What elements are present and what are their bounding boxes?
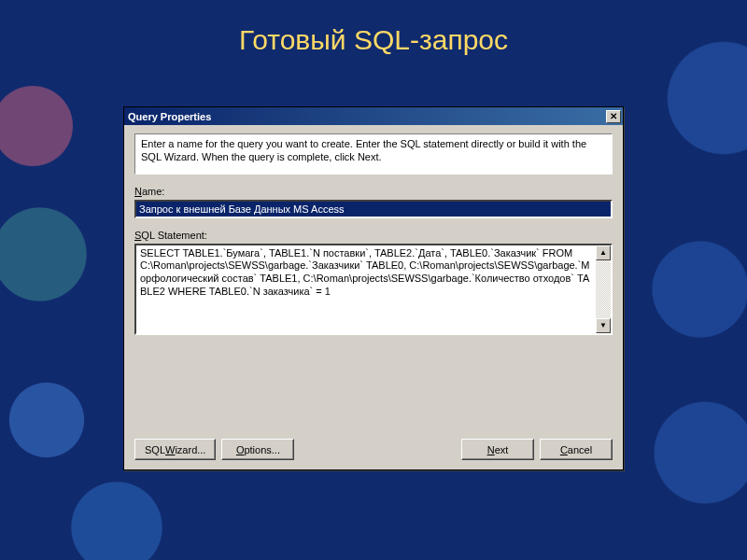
sql-wizard-button[interactable]: SQL Wizard... — [134, 439, 216, 460]
chevron-down-icon: ▼ — [599, 321, 607, 329]
titlebar[interactable]: Query Properties ✕ — [124, 107, 623, 125]
options-button[interactable]: Options... — [221, 439, 294, 460]
name-input[interactable] — [134, 200, 613, 218]
next-button[interactable]: Next — [461, 439, 534, 460]
name-label: Name: — [134, 186, 613, 197]
scroll-track[interactable] — [596, 260, 611, 318]
sql-statement-input[interactable]: SELECT TABLE1.`Бумага`, TABLE1.`N постав… — [136, 245, 596, 333]
close-icon: ✕ — [610, 112, 617, 121]
instructions-text: Enter a name for the query you want to c… — [134, 133, 613, 175]
dialog-body: Enter a name for the query you want to c… — [124, 125, 623, 469]
scroll-up-button[interactable]: ▲ — [596, 245, 611, 260]
close-button[interactable]: ✕ — [606, 110, 621, 123]
window-title: Query Properties — [128, 111, 606, 122]
slide-title: Готовый SQL-запрос — [0, 24, 747, 56]
cancel-button[interactable]: Cancel — [540, 439, 613, 460]
scroll-down-button[interactable]: ▼ — [596, 318, 611, 333]
query-properties-dialog: Query Properties ✕ Enter a name for the … — [123, 106, 624, 470]
button-row: SQL Wizard... Options... Next Cancel — [134, 439, 613, 460]
sql-label: SQL Statement: — [134, 230, 613, 241]
scrollbar-vertical[interactable]: ▲ ▼ — [596, 245, 611, 333]
chevron-up-icon: ▲ — [599, 248, 607, 257]
sql-statement-box: SELECT TABLE1.`Бумага`, TABLE1.`N постав… — [134, 244, 613, 335]
